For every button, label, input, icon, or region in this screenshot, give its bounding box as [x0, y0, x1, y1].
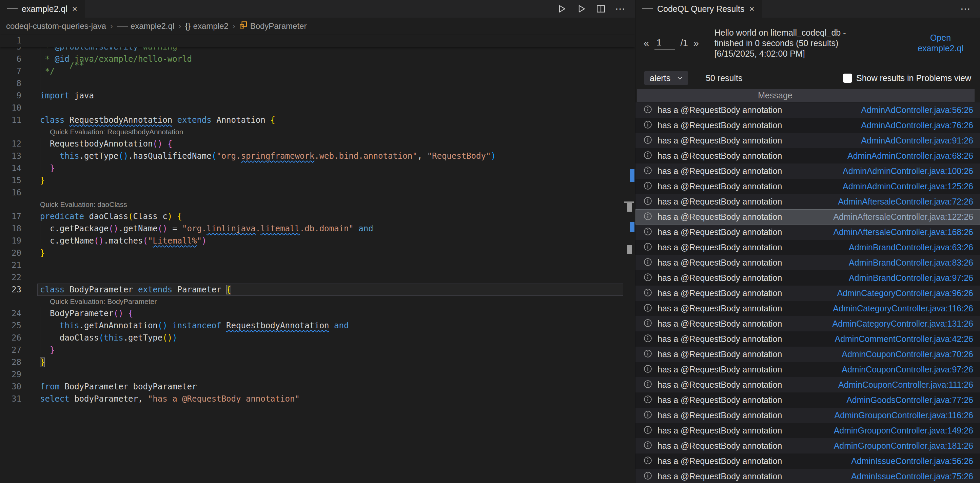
result-location-link[interactable]: AdminCategoryController.java:96:26	[837, 288, 973, 298]
result-row[interactable]: has a @RequestBody annotationAdminCoupon…	[635, 347, 980, 362]
result-row[interactable]: has a @RequestBody annotationAdminGroupo…	[635, 438, 980, 453]
result-row[interactable]: has a @RequestBody annotationAdminAdminC…	[635, 179, 980, 194]
result-row[interactable]: has a @RequestBody annotationAdminAdCont…	[635, 102, 980, 118]
result-location-link[interactable]: AdminAdminController.java:68:26	[847, 151, 973, 161]
result-location-link[interactable]: AdminGoodsController.java:77:26	[846, 395, 973, 405]
code-line-26[interactable]: 26 daoClass(this.getType())	[0, 332, 635, 344]
more-actions-icon[interactable]: ⋯	[615, 3, 626, 14]
codelens-quick-evaluation[interactable]: Quick Evaluation: RequestbodyAnnotation	[0, 126, 635, 138]
result-location-link[interactable]: AdminCouponController.java:111:26	[838, 380, 973, 390]
result-row[interactable]: has a @RequestBody annotationAdminCommen…	[635, 332, 980, 347]
result-row[interactable]: has a @RequestBody annotationAdminCoupon…	[635, 362, 980, 377]
code-line-31[interactable]: 31select bodyParameter, "has a @RequestB…	[0, 393, 635, 405]
code-line-30[interactable]: 30from BodyParameter bodyParameter	[0, 381, 635, 393]
result-location-link[interactable]: AdminCommentController.java:42:26	[835, 334, 973, 344]
result-location-link[interactable]: AdminCategoryController.java:116:26	[833, 304, 973, 313]
run-button[interactable]	[576, 3, 587, 14]
code-line-11[interactable]: 11class RequestbodyAnnotation extends An…	[0, 114, 635, 126]
close-tab-icon[interactable]: ×	[72, 4, 78, 14]
result-location-link[interactable]: AdminAdminController.java:125:26	[843, 182, 973, 191]
breadcrumb-item-example2[interactable]: {}example2	[185, 21, 228, 31]
close-results-tab-icon[interactable]: ×	[749, 4, 755, 14]
result-row[interactable]: has a @RequestBody annotationAdminBrandC…	[635, 240, 980, 255]
result-location-link[interactable]: AdminAftersaleController.java:72:26	[838, 197, 973, 207]
code-line-22[interactable]: 22	[0, 271, 635, 284]
code-line-13[interactable]: 13 this.getType().hasQualifiedName("org.…	[0, 150, 635, 162]
result-row[interactable]: has a @RequestBody annotationAdminIssueC…	[635, 453, 980, 469]
code-line-28[interactable]: 28}	[0, 356, 635, 368]
sticky-scroll-line[interactable]: 1 /**	[0, 35, 635, 47]
result-row[interactable]: has a @RequestBody annotationAdminCatego…	[635, 285, 980, 301]
result-location-link[interactable]: AdminGrouponController.java:149:26	[834, 426, 973, 435]
breadcrumb-item-example2.ql[interactable]: example2.ql	[117, 21, 174, 32]
result-row[interactable]: has a @RequestBody annotationAdminAdCont…	[635, 118, 980, 133]
result-location-link[interactable]: AdminIssueController.java:56:26	[851, 456, 973, 466]
result-location-link[interactable]: AdminAftersaleController.java:122:26	[833, 212, 973, 222]
result-location-link[interactable]: AdminAdController.java:76:26	[861, 120, 973, 130]
result-row[interactable]: has a @RequestBody annotationAdminCoupon…	[635, 377, 980, 392]
code-line-27[interactable]: 27 }	[0, 344, 635, 356]
result-location-link[interactable]: AdminAftersaleController.java:168:26	[833, 227, 973, 237]
result-row[interactable]: has a @RequestBody annotationAdminAfters…	[635, 194, 980, 209]
prev-page-icon[interactable]: «	[644, 38, 649, 49]
result-row[interactable]: has a @RequestBody annotationAdminCatego…	[635, 301, 980, 316]
code-line-21[interactable]: 21	[0, 259, 635, 271]
code-line-23[interactable]: 23class BodyParameter extends Parameter …	[0, 284, 635, 296]
result-location-link[interactable]: AdminCouponController.java:70:26	[842, 349, 973, 359]
result-row[interactable]: has a @RequestBody annotationAdminAfters…	[635, 225, 980, 240]
breadcrumb-item-BodyParameter[interactable]: BodyParameter	[239, 21, 307, 31]
run-query-button[interactable]	[556, 3, 567, 14]
open-example2-ql-link[interactable]: Open example2.ql	[909, 33, 972, 54]
result-location-link[interactable]: AdminGrouponController.java:116:26	[834, 410, 973, 420]
result-location-link[interactable]: AdminAdminController.java:100:26	[843, 166, 973, 176]
result-row[interactable]: has a @RequestBody annotationAdminGroupo…	[635, 423, 980, 438]
code-line-7[interactable]: 7 */	[0, 65, 635, 77]
codelens-quick-evaluation[interactable]: Quick Evaluation: BodyParameter	[0, 296, 635, 307]
page-input[interactable]	[654, 37, 675, 49]
result-row[interactable]: has a @RequestBody annotationAdminCatego…	[635, 316, 980, 332]
result-location-link[interactable]: AdminAdController.java:56:26	[861, 105, 973, 115]
code-line-9[interactable]: 9import java	[0, 89, 635, 102]
tab-example2-ql[interactable]: example2.ql ×	[0, 0, 85, 18]
code-line-20[interactable]: 20}	[0, 247, 635, 259]
code-line-6[interactable]: 6 * @id java/example/hello-world	[0, 53, 635, 65]
result-row[interactable]: has a @RequestBody annotationAdminIssueC…	[635, 469, 980, 483]
code-line-24[interactable]: 24 BodyParameter() {	[0, 307, 635, 319]
result-location-link[interactable]: AdminGrouponController.java:181:26	[834, 441, 973, 451]
results-more-actions-icon[interactable]: ⋯	[960, 3, 971, 14]
code-editor[interactable]: 5 * @problem.severity warning6 * @id jav…	[0, 35, 635, 483]
code-line-18[interactable]: 18 c.getPackage().getName() = "org.linli…	[0, 223, 635, 235]
result-row-selected[interactable]: has a @RequestBody annotationAdminAfters…	[635, 209, 980, 225]
result-row[interactable]: has a @RequestBody annotationAdminAdminC…	[635, 164, 980, 179]
code-line-15[interactable]: 15}	[0, 174, 635, 187]
result-location-link[interactable]: AdminAdController.java:91:26	[861, 135, 973, 145]
result-location-link[interactable]: AdminCategoryController.java:131:26	[832, 319, 973, 329]
code-line-25[interactable]: 25 this.getAnAnnotation() instanceof Req…	[0, 319, 635, 332]
message-column-header[interactable]: Message	[637, 89, 975, 102]
result-row[interactable]: has a @RequestBody annotationAdminGoodsC…	[635, 392, 980, 408]
result-row[interactable]: has a @RequestBody annotationAdminGroupo…	[635, 408, 980, 423]
codelens-quick-evaluation[interactable]: Quick Evaluation: daoClass	[0, 199, 635, 210]
code-line-12[interactable]: 12 RequestbodyAnnotation() {	[0, 138, 635, 150]
result-row[interactable]: has a @RequestBody annotationAdminAdminC…	[635, 148, 980, 164]
result-location-link[interactable]: AdminBrandController.java:97:26	[849, 273, 973, 283]
result-location-link[interactable]: AdminCouponController.java:97:26	[842, 365, 973, 375]
result-location-link[interactable]: AdminBrandController.java:83:26	[849, 258, 973, 268]
result-row[interactable]: has a @RequestBody annotationAdminBrandC…	[635, 270, 980, 285]
code-line-14[interactable]: 14 }	[0, 162, 635, 174]
show-in-problems-checkbox[interactable]	[843, 73, 852, 83]
breadcrumb-item-codeql-custom-queries-java[interactable]: codeql-custom-queries-java	[6, 21, 106, 31]
split-editor-icon[interactable]	[595, 3, 606, 14]
result-row[interactable]: has a @RequestBody annotationAdminBrandC…	[635, 255, 980, 270]
code-line-16[interactable]: 16	[0, 187, 635, 199]
code-line-17[interactable]: 17predicate daoClass(Class c) {	[0, 210, 635, 223]
result-location-link[interactable]: AdminBrandController.java:63:26	[849, 242, 973, 252]
code-line-19[interactable]: 19 c.getName().matches("Litemall%")	[0, 235, 635, 247]
result-location-link[interactable]: AdminIssueController.java:75:26	[851, 472, 973, 481]
code-line-8[interactable]: 8	[0, 77, 635, 89]
result-row[interactable]: has a @RequestBody annotationAdminAdCont…	[635, 133, 980, 148]
next-page-icon[interactable]: »	[694, 38, 699, 49]
results-view-select[interactable]: alerts	[644, 71, 688, 85]
code-line-29[interactable]: 29	[0, 368, 635, 381]
tab-codeql-query-results[interactable]: CodeQL Query Results ×	[635, 0, 762, 18]
